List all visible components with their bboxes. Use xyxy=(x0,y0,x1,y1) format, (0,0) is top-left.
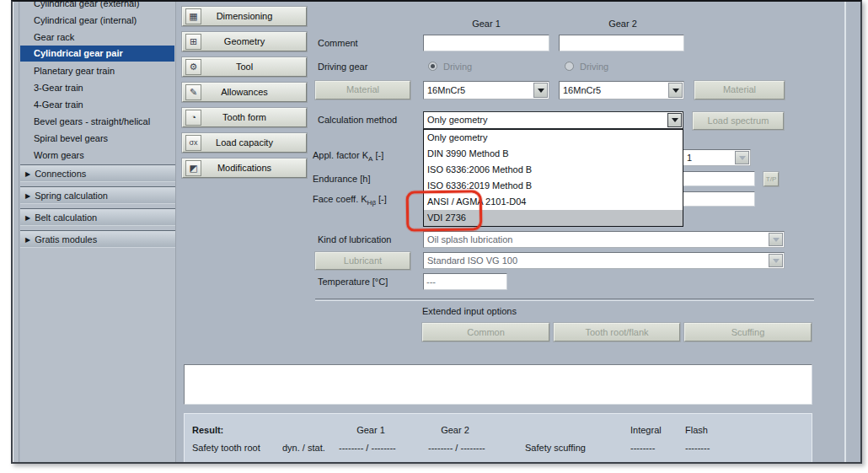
section-divider xyxy=(315,298,814,301)
sidebar-section-spring-calculation[interactable]: ▶Spring calculation xyxy=(20,186,175,204)
button-label: Tool xyxy=(236,62,253,72)
safety-scuffing-integral-value: -------- xyxy=(630,443,655,453)
button-label: Allowances xyxy=(221,87,268,97)
result-title: Result: xyxy=(192,425,223,435)
load-spectrum-button[interactable]: Load spectrum xyxy=(693,112,784,130)
sigma-icon: σx xyxy=(185,135,201,151)
calculation-method-label: Calculation method xyxy=(318,115,397,125)
material-gear1-button[interactable]: Material xyxy=(315,81,410,99)
sidebar-item-3-gear-train[interactable]: 3-Gear train xyxy=(20,79,174,96)
kind-of-lubrication-label: Kind of lubrication xyxy=(318,234,391,245)
result-integral-header: Integral xyxy=(630,425,662,435)
endurance-input[interactable] xyxy=(683,171,755,186)
sidebar-item-4-gear-train[interactable]: 4-Gear train xyxy=(20,96,174,113)
sidebar-item-gear-rack[interactable]: Gear rack xyxy=(20,29,174,46)
sidebar-item-cylindrical-gear-internal[interactable]: Cylindrical gear (internal) xyxy=(20,12,174,29)
main-panel-right-edge xyxy=(844,2,846,462)
grid-icon: ⊞ xyxy=(185,34,201,50)
button-label: Modifications xyxy=(217,163,271,173)
sidebar-item-cylindrical-gear-pair[interactable]: Cylindrical gear pair xyxy=(20,46,174,62)
dropdown-option-only-geometry[interactable]: Only geometry xyxy=(424,130,683,146)
sidebar-section-belt-calculation[interactable]: ▶Belt calculation xyxy=(20,208,175,226)
tool-button[interactable]: ⚙Tool xyxy=(182,57,307,77)
lubricant-combobox[interactable]: Standard ISO VG 100 xyxy=(423,252,785,269)
dimensioning-button[interactable]: ▦Dimensioning xyxy=(182,7,307,26)
common-button[interactable]: Common xyxy=(422,323,549,341)
dropdown-option-din-3990[interactable]: DIN 3990 Method B xyxy=(424,146,683,162)
gear-icon: ⚙ xyxy=(185,59,201,75)
safety-tooth-root-label: Safety tooth root xyxy=(192,443,260,453)
chevron-down-icon[interactable] xyxy=(533,83,548,98)
button-label: Dimensioning xyxy=(217,11,273,21)
tooth-root-flank-button[interactable]: Tooth root/flank xyxy=(554,323,680,341)
sidebar-item-cylindrical-gear-external[interactable]: Cylindrical gear (external) xyxy=(20,0,174,12)
lubricant-button[interactable]: Lubricant xyxy=(315,252,410,270)
allowances-button[interactable]: ✎Allowances xyxy=(182,83,307,102)
driving-gear2-radio-label: Driving xyxy=(580,62,608,72)
gear1-column-header: Gear 1 xyxy=(451,19,522,29)
sidebar-item-spiral-bevel-gears[interactable]: Spiral bevel gears xyxy=(20,130,174,147)
section-label: Gratis modules xyxy=(35,234,97,245)
kind-of-lubrication-combobox[interactable]: Oil splash lubrication xyxy=(423,231,785,248)
tooth-form-button[interactable]: ◔Tooth form xyxy=(182,108,307,127)
safety-tooth-root-gear1-value: -------- / -------- xyxy=(339,443,396,453)
sidebar-item-planetary-gear-train[interactable]: Planetary gear train xyxy=(20,62,174,79)
combo-value: Only geometry xyxy=(427,112,666,128)
chevron-down-icon[interactable] xyxy=(667,113,682,127)
sidebar-section-connections[interactable]: ▶Connections xyxy=(20,164,175,182)
expand-arrow-icon: ▶ xyxy=(25,188,30,205)
chevron-down-icon xyxy=(769,233,783,246)
sidebar-item-bevel-gears[interactable]: Bevel gears - straight/helical xyxy=(20,113,174,130)
scuffing-button[interactable]: Scuffing xyxy=(684,323,812,341)
endurance-label: Endurance [h] xyxy=(313,174,371,184)
button-label: Load capacity xyxy=(216,137,273,148)
result-gear1-header: Gear 1 xyxy=(346,425,396,435)
material-gear2-combobox[interactable]: 16MnCr5 xyxy=(559,81,684,99)
extended-input-options-label: Extended input options xyxy=(422,306,517,316)
comment-gear1-input[interactable] xyxy=(423,35,549,51)
expand-arrow-icon: ▶ xyxy=(25,232,30,249)
temperature-input[interactable] xyxy=(423,273,507,290)
load-capacity-button[interactable]: σxLoad capacity xyxy=(182,133,307,153)
safety-tooth-root-gear2-value: -------- / -------- xyxy=(428,443,485,453)
material-gear1-combobox[interactable]: 16MnCr5 xyxy=(423,81,549,99)
application-window: Cylindrical gear (external) Cylindrical … xyxy=(11,0,862,464)
dropdown-option-iso-6336-2019[interactable]: ISO 6336:2019 Method B xyxy=(424,178,683,194)
button-label: Tooth form xyxy=(222,112,266,122)
result-flash-header: Flash xyxy=(685,425,708,435)
combo-value: 16MnCr5 xyxy=(427,82,532,99)
gear2-column-header: Gear 2 xyxy=(587,19,658,29)
pencil-icon: ✎ xyxy=(185,84,201,100)
face-coefficient-input[interactable] xyxy=(683,191,755,207)
dropdown-option-vdi-2736[interactable]: VDI 2736 xyxy=(424,210,683,226)
torque-power-toggle-button[interactable]: T/P xyxy=(764,172,779,186)
module-tree-sidebar: Cylindrical gear (external) Cylindrical … xyxy=(20,2,176,462)
combo-value: 16MnCr5 xyxy=(563,82,667,99)
chevron-down-icon[interactable] xyxy=(668,83,683,98)
modification-icon: ◩ xyxy=(185,160,201,176)
combo-value: Standard ISO VG 100 xyxy=(427,253,767,268)
tooth-profile-icon: ◔ xyxy=(185,110,201,126)
safety-scuffing-label: Safety scuffing xyxy=(525,443,586,453)
expand-arrow-icon: ▶ xyxy=(25,210,30,227)
geometry-button[interactable]: ⊞Geometry xyxy=(182,32,307,51)
calculation-method-combobox[interactable]: Only geometry xyxy=(423,111,683,129)
modifications-button[interactable]: ◩Modifications xyxy=(182,159,307,178)
result-gear2-header: Gear 2 xyxy=(430,425,480,435)
application-factor-combobox[interactable]: 1 xyxy=(683,149,751,166)
chevron-down-icon xyxy=(769,254,783,267)
sidebar-section-gratis-modules[interactable]: ▶Gratis modules xyxy=(20,230,175,248)
material-gear2-button[interactable]: Material xyxy=(694,81,785,99)
window-left-gutter xyxy=(13,2,19,462)
dropdown-option-ansi-agma[interactable]: ANSI / AGMA 2101-D04 xyxy=(424,194,683,210)
result-panel: Result: Gear 1 Gear 2 Integral Flash Saf… xyxy=(184,413,812,464)
comment-gear2-input[interactable] xyxy=(559,35,684,51)
driving-gear1-radio[interactable] xyxy=(428,62,437,71)
face-coefficient-label: Face coeff. KHβ [-] xyxy=(313,194,387,207)
dropdown-option-iso-6336-2006[interactable]: ISO 6336:2006 Method B xyxy=(424,162,683,178)
driving-gear2-radio[interactable] xyxy=(565,62,574,71)
sidebar-item-worm-gears[interactable]: Worm gears xyxy=(20,147,174,164)
combo-value: Oil splash lubrication xyxy=(427,232,767,247)
application-factor-label: Appl. factor KA [-] xyxy=(313,150,383,163)
comment-label: Comment xyxy=(318,38,358,48)
